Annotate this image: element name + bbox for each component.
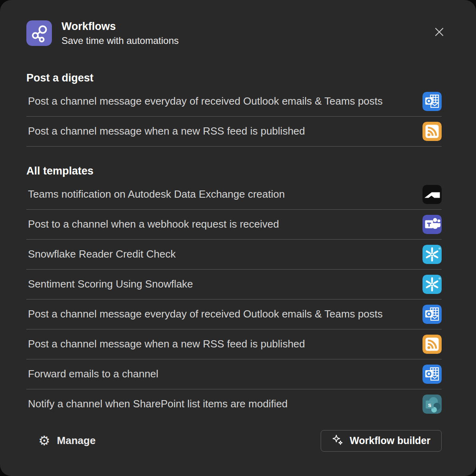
dialog-subtitle: Save time with automations bbox=[61, 35, 178, 46]
section-list: Teams notification on Autodesk Data Exch… bbox=[26, 180, 442, 419]
template-label: Forward emails to a channel bbox=[26, 368, 159, 380]
outlook-icon bbox=[422, 305, 442, 324]
workflow-template-row[interactable]: Post a channel message everyday of recei… bbox=[26, 299, 442, 329]
svg-text:®: ® bbox=[438, 277, 441, 280]
workflow-template-row[interactable]: Notify a channel when SharePoint list it… bbox=[26, 389, 442, 419]
workflow-template-row[interactable]: Teams notification on Autodesk Data Exch… bbox=[26, 180, 442, 210]
manage-label: Manage bbox=[57, 434, 96, 447]
template-section: All templates Teams notification on Auto… bbox=[26, 164, 442, 419]
template-section: Post a digest Post a channel message eve… bbox=[26, 71, 442, 147]
template-label: Sentiment Scoring Using Snowflake bbox=[26, 278, 193, 290]
template-label: Teams notification on Autodesk Data Exch… bbox=[26, 188, 285, 200]
sharepoint-icon: s bbox=[422, 395, 442, 414]
template-label: Post a channel message when a new RSS fe… bbox=[26, 338, 305, 350]
template-label: Notify a channel when SharePoint list it… bbox=[26, 398, 288, 410]
workflow-builder-button[interactable]: Workflow builder bbox=[321, 430, 442, 452]
snowflake-icon: ® bbox=[422, 245, 442, 264]
workflow-template-row[interactable]: Sentiment Scoring Using Snowflake ® bbox=[26, 270, 442, 299]
teams-icon bbox=[422, 215, 442, 234]
template-label: Post a channel message everyday of recei… bbox=[26, 95, 383, 107]
close-button[interactable] bbox=[430, 24, 448, 42]
dialog-title: Workflows bbox=[61, 20, 178, 34]
section-header: All templates bbox=[26, 164, 442, 178]
rss-icon bbox=[422, 335, 442, 354]
autodesk-icon bbox=[422, 185, 442, 204]
workflow-template-row[interactable]: Snowflake Reader Credit Check ® bbox=[26, 240, 442, 270]
close-icon bbox=[432, 25, 446, 40]
workflows-dialog: Workflows Save time with automations Pos… bbox=[0, 0, 476, 476]
section-header: Post a digest bbox=[26, 71, 442, 85]
dialog-footer: ⚙ Manage Workflow builder bbox=[26, 430, 442, 452]
dialog-header: Workflows Save time with automations bbox=[26, 20, 442, 46]
workflow-template-row[interactable]: Forward emails to a channel bbox=[26, 359, 442, 389]
outlook-icon bbox=[422, 365, 442, 384]
template-label: Snowflake Reader Credit Check bbox=[26, 248, 176, 260]
gear-icon: ⚙ bbox=[38, 434, 50, 447]
svg-text:s: s bbox=[428, 401, 431, 408]
workflow-template-row[interactable]: Post to a channel when a webhook request… bbox=[26, 210, 442, 240]
svg-text:®: ® bbox=[438, 247, 441, 250]
template-sections: Post a digest Post a channel message eve… bbox=[26, 71, 442, 419]
template-label: Post a channel message when a new RSS fe… bbox=[26, 125, 305, 137]
section-list: Post a channel message everyday of recei… bbox=[26, 87, 442, 147]
sparkle-icon bbox=[332, 434, 344, 447]
workflows-icon bbox=[26, 20, 52, 46]
manage-button[interactable]: ⚙ Manage bbox=[38, 434, 95, 447]
workflow-template-row[interactable]: Post a channel message when a new RSS fe… bbox=[26, 329, 442, 359]
workflow-template-row[interactable]: Post a channel message when a new RSS fe… bbox=[26, 117, 442, 147]
snowflake-icon: ® bbox=[422, 275, 442, 294]
rss-icon bbox=[422, 122, 442, 141]
outlook-icon bbox=[422, 92, 442, 111]
workflow-template-row[interactable]: Post a channel message everyday of recei… bbox=[26, 87, 442, 117]
template-label: Post to a channel when a webhook request… bbox=[26, 218, 279, 230]
workflow-builder-label: Workflow builder bbox=[350, 435, 430, 446]
template-label: Post a channel message everyday of recei… bbox=[26, 308, 383, 320]
